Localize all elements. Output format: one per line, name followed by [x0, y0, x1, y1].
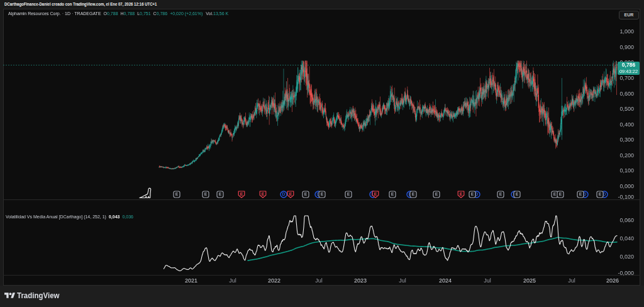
snapshot-title: DCarthagoFinance-Daniel creado con Tradi…	[4, 0, 157, 9]
countdown-timer: 09:43:22	[618, 69, 640, 74]
svg-text:E: E	[499, 192, 502, 196]
high-value: 0,788	[124, 11, 135, 16]
last-price-badge: 0,786 09:43:22	[618, 62, 640, 75]
tradingview-snapshot: DCarthagoFinance-Daniel creado con Tradi…	[0, 0, 644, 307]
svg-text:E: E	[219, 192, 222, 196]
currency-button[interactable]: EUR	[619, 11, 639, 20]
svg-text:E: E	[289, 192, 292, 196]
volume-value: 13,56 K	[213, 11, 228, 16]
svg-text:E: E	[391, 192, 394, 196]
svg-text:E: E	[374, 192, 377, 196]
earnings-icon[interactable]: E	[389, 191, 396, 198]
svg-text:D: D	[282, 192, 286, 196]
volume-key: Vol.	[206, 11, 213, 16]
time-axis-year-label: 2026	[606, 277, 619, 284]
svg-text:E: E	[262, 192, 265, 196]
dinosaur-drawing[interactable]	[139, 187, 154, 199]
svg-text:E: E	[321, 192, 324, 196]
earnings-icon[interactable]: E	[202, 191, 209, 198]
last-price-value: 0,786	[618, 62, 640, 69]
interval-label[interactable]: 1D	[65, 11, 70, 16]
footer-bar: TradingView	[0, 286, 644, 307]
indicator-legend[interactable]: Volatilidad Vs Media Anual [DCarthago] (…	[6, 213, 133, 220]
indicator-axis-label: 0,020	[619, 254, 634, 260]
earnings-icon[interactable]: E	[345, 191, 352, 198]
price-axis-label: 0,200	[619, 152, 634, 159]
earnings-alert-icon[interactable]: E	[457, 191, 465, 198]
time-axis-month-label: Jul	[399, 277, 406, 284]
time-axis-year-label: 2023	[354, 277, 367, 284]
tradingview-logo-icon[interactable]	[4, 291, 15, 300]
earnings-alert-icon[interactable]: E	[372, 191, 379, 198]
svg-text:E: E	[553, 192, 557, 196]
indicator-axis-label: 0,060	[619, 217, 634, 223]
time-axis-year-label: 2022	[268, 277, 280, 284]
price-axis-label: 0,300	[619, 137, 634, 143]
symbol-legend[interactable]: Alphamin Resources Corp.·1D·TRADEGATEO0,…	[8, 10, 228, 17]
svg-text:E: E	[435, 192, 438, 196]
earnings-icon[interactable]: E	[173, 191, 180, 198]
svg-text:E: E	[304, 192, 308, 196]
price-axis-label: 0,000	[619, 183, 634, 189]
svg-text:E: E	[559, 192, 562, 196]
price-axis-label: 1,000	[619, 28, 634, 35]
earnings-alert-icon[interactable]: E	[259, 191, 267, 198]
tradingview-wordmark[interactable]: TradingView	[17, 286, 60, 307]
change-value: +0,020 (+2,61%)	[170, 11, 203, 16]
time-axis-month-label: Jul	[315, 277, 323, 284]
open-value: 0,788	[107, 11, 118, 16]
price-axis-label: 0,600	[619, 91, 634, 97]
svg-text:E: E	[471, 192, 474, 196]
earnings-icon[interactable]: E	[497, 191, 504, 198]
time-axis-month-label: Jul	[568, 277, 575, 284]
earnings-icon[interactable]: E	[557, 191, 564, 198]
svg-text:E: E	[204, 192, 208, 196]
indicator-volatility-value: 0,043	[109, 215, 120, 219]
time-axis-year-label: 2024	[439, 277, 452, 284]
time-axis-year-label: 2021	[185, 277, 197, 284]
svg-text:E: E	[460, 192, 463, 196]
earnings-alert-icon[interactable]: E	[238, 191, 245, 198]
earnings-icon[interactable]: E	[409, 191, 417, 198]
price-axis-label: 0,900	[619, 44, 634, 50]
earnings-icon[interactable]: E	[596, 191, 604, 198]
close-value: 0,786	[157, 11, 168, 16]
earnings-icon[interactable]: E	[302, 191, 309, 198]
time-axis-month-label: Jul	[484, 277, 491, 284]
price-axis-label: 0,100	[619, 167, 634, 174]
main-chart-canvas[interactable]	[3, 9, 640, 286]
svg-text:E: E	[516, 192, 519, 196]
earnings-icon[interactable]: E	[513, 191, 521, 198]
exchange-label: TRADEGATE	[74, 11, 101, 16]
svg-text:E: E	[175, 192, 179, 196]
indicator-axis-label: 0,040	[619, 235, 634, 242]
indicator-axis-label: -0,000	[618, 270, 634, 276]
price-axis-label: 0,400	[619, 121, 634, 128]
svg-text:E: E	[599, 192, 602, 196]
price-axis-label: 0,700	[619, 75, 634, 81]
indicator-mean-value: 0,036	[122, 215, 133, 219]
earnings-icon[interactable]: E	[577, 191, 584, 198]
indicator-name[interactable]: Volatilidad Vs Media Anual [DCarthago] (…	[6, 215, 106, 219]
earnings-icon[interactable]: E	[216, 191, 224, 198]
earnings-icon[interactable]: E	[433, 191, 440, 198]
svg-text:E: E	[240, 192, 243, 196]
price-axis-label: 0,500	[619, 106, 634, 112]
time-axis-month-label: Jul	[229, 277, 236, 284]
earnings-icon[interactable]: E	[469, 191, 476, 198]
svg-text:E: E	[347, 192, 350, 196]
symbol-name[interactable]: Alphamin Resources Corp.	[8, 11, 61, 16]
price-axis-label: -0,100	[618, 194, 634, 200]
earnings-icon[interactable]: E	[318, 191, 326, 198]
low-value: 0,751	[140, 11, 151, 16]
svg-text:E: E	[579, 192, 582, 196]
earnings-alert-icon[interactable]: E	[287, 191, 294, 198]
svg-text:E: E	[412, 192, 415, 196]
time-axis-year-label: 2025	[523, 277, 536, 284]
